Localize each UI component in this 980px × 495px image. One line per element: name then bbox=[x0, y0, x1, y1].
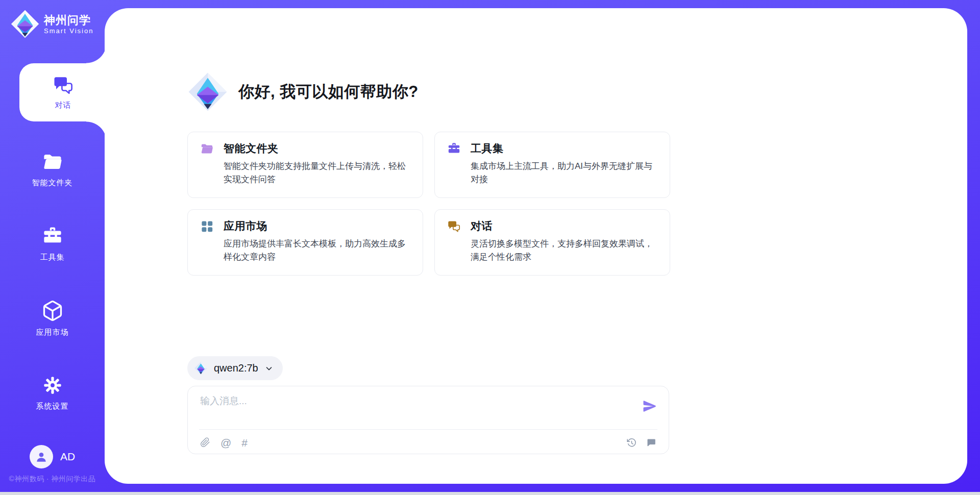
brand-subtitle: Smart Vision bbox=[44, 27, 93, 35]
blob-corner-bottom bbox=[86, 121, 107, 142]
model-name: qwen2:7b bbox=[214, 362, 258, 374]
message-input[interactable] bbox=[200, 394, 619, 417]
card-title: 对话 bbox=[471, 219, 493, 233]
model-selector[interactable]: qwen2:7b bbox=[187, 356, 283, 380]
history-icon[interactable] bbox=[626, 437, 637, 448]
sidebar-item-chat[interactable]: 对话 bbox=[19, 63, 107, 121]
folder-icon bbox=[42, 151, 63, 172]
greeting: 你好, 我可以如何帮助你? bbox=[187, 71, 419, 112]
card-description: 灵活切换多模型文件，支持多样回复效果调试，满足个性化需求 bbox=[471, 237, 657, 264]
gear-icon bbox=[42, 375, 63, 396]
person-icon bbox=[35, 450, 48, 463]
chat-home-content: 你好, 我可以如何帮助你? 智能文件夹 智能文件夹功能支持批量文件上传与清洗，轻… bbox=[187, 0, 670, 495]
bottom-scrollbar-strip[interactable] bbox=[0, 492, 980, 495]
card-title: 智能文件夹 bbox=[224, 141, 279, 156]
composer-divider bbox=[199, 429, 657, 430]
sidebar-item-label: 系统设置 bbox=[36, 402, 69, 411]
sidebar-item-label: 智能文件夹 bbox=[32, 178, 73, 188]
sidebar-item-toolset[interactable]: 工具集 bbox=[0, 218, 105, 269]
greeting-diamond-icon bbox=[187, 71, 228, 112]
avatar bbox=[30, 445, 53, 468]
mention-at-icon[interactable]: @ bbox=[220, 437, 231, 448]
card-smart-folder[interactable]: 智能文件夹 智能文件夹功能支持批量文件上传与清洗，轻松实现文件问答 bbox=[187, 132, 423, 198]
card-app-market[interactable]: 应用市场 应用市场提供丰富长文本模板，助力高效生成多样化文章内容 bbox=[187, 209, 423, 276]
card-title: 应用市场 bbox=[224, 219, 267, 233]
toolbox-icon bbox=[42, 226, 63, 247]
sidebar-item-label: 工具集 bbox=[40, 253, 65, 262]
chat-bubbles-icon bbox=[53, 75, 74, 96]
card-description: 应用市场提供丰富长文本模板，助力高效生成多样化文章内容 bbox=[224, 237, 410, 264]
message-icon[interactable] bbox=[646, 437, 656, 448]
user-name: AD bbox=[60, 451, 75, 463]
model-diamond-icon bbox=[194, 361, 208, 375]
sidebar-item-smart-folder[interactable]: 智能文件夹 bbox=[0, 144, 105, 195]
card-title: 工具集 bbox=[471, 141, 504, 156]
card-description: 智能文件夹功能支持批量文件上传与清洗，轻松实现文件问答 bbox=[224, 160, 410, 186]
cube-icon bbox=[41, 300, 64, 322]
sidebar-item-label: 对话 bbox=[55, 101, 71, 110]
send-icon[interactable] bbox=[642, 399, 657, 414]
message-composer: @ # bbox=[187, 386, 669, 454]
sidebar: 神州问学 Smart Vision 对话 智能文件夹 工具集 应用市场 系统设置… bbox=[0, 0, 105, 495]
card-description: 集成市场上主流工具，助力AI与外界无缝扩展与对接 bbox=[471, 160, 657, 186]
brand-diamond-icon bbox=[10, 9, 40, 39]
sidebar-footer-text: ©神州数码 · 神州问学出品 bbox=[0, 475, 105, 484]
toolbox-icon bbox=[447, 142, 461, 156]
chat-bubbles-icon bbox=[447, 219, 461, 233]
blob-corner-top bbox=[86, 43, 107, 63]
chevron-down-icon bbox=[264, 364, 274, 373]
card-toolset[interactable]: 工具集 集成市场上主流工具，助力AI与外界无缝扩展与对接 bbox=[434, 132, 670, 198]
brand-logo: 神州问学 Smart Vision bbox=[10, 9, 93, 39]
paperclip-icon[interactable] bbox=[200, 437, 210, 448]
composer-toolbar: @ # bbox=[200, 435, 656, 450]
sidebar-item-label: 应用市场 bbox=[36, 328, 69, 337]
folder-icon bbox=[200, 142, 214, 156]
brand-name: 神州问学 bbox=[44, 14, 93, 27]
user-account[interactable]: AD bbox=[0, 445, 105, 468]
card-chat[interactable]: 对话 灵活切换多模型文件，支持多样回复效果调试，满足个性化需求 bbox=[434, 209, 670, 276]
hash-icon[interactable]: # bbox=[241, 437, 248, 448]
feature-cards: 智能文件夹 智能文件夹功能支持批量文件上传与清洗，轻松实现文件问答 工具集 集成… bbox=[187, 132, 670, 276]
sidebar-item-app-market[interactable]: 应用市场 bbox=[0, 293, 105, 344]
greeting-text: 你好, 我可以如何帮助你? bbox=[238, 81, 419, 103]
apps-grid-icon bbox=[200, 219, 214, 233]
sidebar-item-settings[interactable]: 系统设置 bbox=[0, 367, 105, 418]
